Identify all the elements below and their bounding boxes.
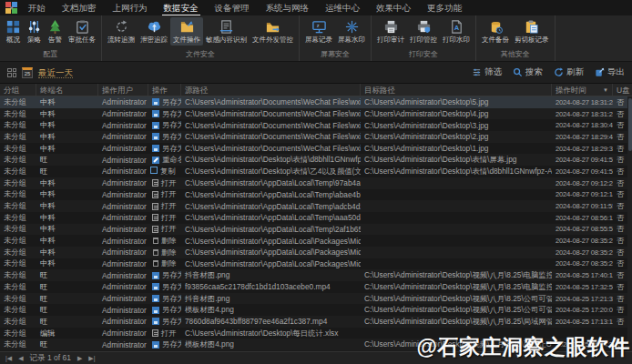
table-row[interactable]: 未分组旺Administrator重命名C:\Users\Administrat…: [0, 154, 632, 166]
tab-device-mgmt[interactable]: 设备管理: [213, 1, 251, 15]
table-row[interactable]: 未分组中科Administrator删除C:\Users\Administrat…: [0, 235, 632, 247]
cell-op: 另存为: [148, 270, 181, 280]
alert-button[interactable]: 告警: [45, 17, 66, 46]
file-outgoing-button[interactable]: 文件外发管控: [250, 17, 296, 46]
table-row[interactable]: 未分组旺Administrator另存为7860d8af9643bff88797…: [0, 316, 632, 328]
view-grid-icon[interactable]: [7, 68, 16, 77]
cell-group: 未分组: [0, 294, 36, 304]
table-header: 分组 终端名 操作用户 操作 源路径 目标路径 操作时间▼ U盘: [0, 84, 632, 96]
column-header-usb[interactable]: U盘: [613, 84, 632, 96]
cell-src: C:\Users\Administrator\Documents\WeChat …: [181, 109, 361, 118]
first-page-button[interactable]: |◀: [5, 354, 12, 363]
table-row[interactable]: 未分组旺Administrator另存为抖音材图.pngC:\Users\Adm…: [0, 269, 632, 281]
table-row[interactable]: 未分组中科Administrator打开C:\Users\Administrat…: [0, 177, 632, 189]
table-row[interactable]: 未分组中科Administrator另存为C:\Users\Administra…: [0, 131, 632, 143]
filter-button[interactable]: 筛选: [472, 66, 502, 78]
file-outgoing-icon: [265, 19, 280, 35]
cell-time: 2024-08-27 08:35:21: [552, 237, 613, 245]
cell-group: 未分组: [0, 120, 36, 130]
tab-data-security[interactable]: 数据安全: [162, 1, 200, 15]
column-header-group[interactable]: 分组: [0, 84, 36, 96]
file-operation-button[interactable]: 文件操作: [170, 17, 203, 46]
table-row[interactable]: 未分组旺Administrator另存为模板材图4.pngC:\Users\Ad…: [0, 304, 632, 316]
sort-desc-icon[interactable]: ▼: [603, 84, 608, 96]
tab-doc-encrypt[interactable]: 文档加密: [60, 1, 98, 15]
clipboard-record-button[interactable]: 剪切板记录: [512, 17, 552, 46]
cell-src: C:\Users\Administrator\AppData\Local\Tem…: [181, 213, 361, 222]
table-row[interactable]: 未分组中科Administrator另存为C:\Users\Administra…: [0, 96, 632, 108]
table-row[interactable]: 未分组旺Administrator另存为f93856caa5c2178dfc1b…: [0, 281, 632, 293]
table-row[interactable]: 未分组中科Administrator打开C:\Users\Administrat…: [0, 224, 632, 236]
print-watermark-button[interactable]: A 打印水印: [440, 17, 473, 46]
cell-op: 另存为: [148, 294, 181, 304]
policy-button[interactable]: 策略: [24, 17, 45, 46]
save-operation-icon: [152, 133, 159, 140]
table-row[interactable]: 未分组中科Administrator另存为C:\Users\Administra…: [0, 143, 632, 155]
tab-more-features[interactable]: 更多功能: [425, 1, 464, 15]
approval-task-button[interactable]: 审批任务: [66, 17, 98, 46]
date-range-selector[interactable]: 最近一天: [38, 67, 73, 78]
table-row[interactable]: 未分组旺Administrator另存为抖音材图.pngC:\Users\Adm…: [0, 293, 632, 305]
table-row[interactable]: 未分组中科Administrator打开C:\Users\Administrat…: [0, 189, 632, 201]
cell-op: 另存为: [148, 97, 181, 107]
column-header-operation[interactable]: 操作: [148, 84, 181, 96]
cell-user: Administrator: [98, 156, 148, 165]
column-header-target-path[interactable]: 目标路径: [361, 84, 552, 96]
cell-op: 另存为: [148, 317, 181, 327]
column-header-time[interactable]: 操作时间▼: [552, 84, 613, 96]
tab-start[interactable]: 开始: [26, 1, 47, 15]
table-row[interactable]: 未分组中科Administrator删除C:\Users\Administrat…: [0, 258, 632, 270]
cell-group: 未分组: [0, 189, 36, 199]
column-header-user[interactable]: 操作用户: [98, 84, 148, 96]
prev-page-button[interactable]: ◀: [18, 354, 23, 363]
cell-terminal: 中科: [36, 189, 98, 199]
table-row[interactable]: 未分组旺Administrator复制C:\Users\Administrato…: [0, 166, 632, 177]
table-row[interactable]: 未分组中科Administrator另存为C:\Users\Administra…: [0, 119, 632, 131]
cell-op: 另存为: [148, 339, 181, 349]
refresh-button[interactable]: 刷新: [554, 66, 584, 78]
tab-system-network[interactable]: 系统与网络: [264, 1, 311, 15]
table-row[interactable]: 未分组中科Administrator打开C:\Users\Administrat…: [0, 200, 632, 212]
file-backup-icon: [488, 19, 504, 35]
vertical-scrollbar[interactable]: [627, 96, 632, 351]
cell-dst: C:\Users\Administrator\Desktop\1.jpg: [361, 144, 552, 153]
screen-watermark-button[interactable]: 屏幕水印: [335, 17, 368, 46]
cell-terminal: 中科: [36, 132, 98, 142]
next-page-button[interactable]: ▶: [77, 354, 82, 363]
cell-terminal: 旺: [36, 270, 98, 280]
print-control-button[interactable]: 打印管控: [407, 17, 440, 46]
tab-ops-center[interactable]: 运维中心: [323, 1, 362, 15]
leak-trace-button[interactable]: 泄密追踪: [138, 17, 170, 46]
cell-terminal: 中科: [36, 144, 98, 154]
column-header-terminal[interactable]: 终端名: [36, 84, 98, 96]
flow-trace-button[interactable]: 流转追溯: [105, 17, 138, 46]
app-logo-button[interactable]: ▾: [5, 2, 14, 14]
file-operation-icon: [179, 19, 195, 35]
cell-src: 7860d8af9643bff88797ee46a2f1c387.mp4: [181, 317, 361, 326]
screen-record-button[interactable]: z 屏幕记录: [302, 17, 335, 46]
table-row[interactable]: 未分组中科Administrator删除C:\Users\Administrat…: [0, 247, 632, 258]
column-header-source-path[interactable]: 源路径: [181, 84, 361, 96]
cell-user: Administrator: [98, 190, 148, 199]
ribbon-group-print-security: 打印审计 打印管控 A 打印水印 打印安全: [372, 15, 476, 61]
sensitive-content-button[interactable]: 敏感内容识别: [203, 17, 250, 46]
last-page-button[interactable]: ▶|: [88, 354, 95, 363]
print-audit-button[interactable]: 打印审计: [374, 17, 407, 46]
record-count-label: 记录 1 of 61: [30, 353, 71, 364]
cell-dst: C:\Users\Administrator\Desktop\4.jpg: [361, 109, 552, 118]
search-button[interactable]: 搜索: [513, 66, 543, 78]
cell-terminal: 旺: [36, 167, 98, 177]
cell-op: 删除: [148, 258, 181, 268]
file-backup-button[interactable]: 文件备份: [479, 17, 512, 46]
cell-group: 未分组: [0, 155, 36, 165]
print-control-icon: [416, 19, 432, 35]
scrollbar-thumb[interactable]: [628, 98, 632, 151]
tab-effect-center[interactable]: 效果中心: [374, 1, 413, 15]
table-row[interactable]: 未分组中科Administrator另存为C:\Users\Administra…: [0, 108, 632, 120]
cell-dst: C:\Users\Administrator\Desktop\视频\八月\8.2…: [361, 294, 552, 304]
table-row[interactable]: 未分组中科Administrator打开C:\Users\Administrat…: [0, 212, 632, 224]
export-button[interactable]: 导出: [595, 66, 625, 78]
cell-group: 未分组: [0, 109, 36, 119]
overview-button[interactable]: 概况: [3, 17, 24, 46]
tab-web-behavior[interactable]: 上网行为: [111, 1, 149, 15]
